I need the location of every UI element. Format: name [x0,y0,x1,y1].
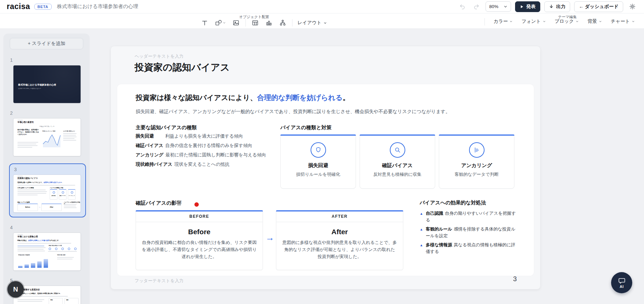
slide-thumbnail-item-1: 1 株式市場における市場参加者の心理 投資家心理の理解と市場動向の読み方 [3,57,90,103]
present-button[interactable]: 発表 [515,1,540,12]
layout-label: レイアウト [297,20,322,26]
text-line-placeholder [17,247,46,248]
text-line-placeholder [17,193,46,194]
theme-font-dropdown[interactable]: フォント [521,18,545,24]
before-box[interactable]: BEFORE Before 自身の投資戦略に都合の良い情報だけを集め、リスク要因… [136,210,263,270]
page-number: 3 [513,275,517,283]
thumb3-lead-black: 投資家は様々な認知バイアスにより、 [17,182,43,183]
text-line-placeholder [64,207,77,208]
text-line-placeholder [17,191,47,192]
text-line-placeholder [17,251,45,251]
bias-card-confirmation[interactable]: 確証バイアス 反対意見も積極的に収集 [360,135,435,189]
after-box[interactable]: AFTER After 意図的に多様な視点や批判的意見を取り入れることで、多角的… [276,210,403,270]
settings-button[interactable] [627,2,637,12]
redo-button[interactable] [471,2,481,12]
table-tool-button[interactable] [251,18,260,27]
thumb2-line-chart [42,133,61,149]
text-line-placeholder [48,251,77,252]
dashboard-button[interactable]: ← ダッシュボード [574,1,623,12]
slide-thumbnail-1[interactable]: 株式市場における市場参加者の心理 投資家心理の理解と市場動向の読み方 [13,65,81,103]
theme-block-dropdown[interactable]: ブロック [555,18,579,24]
slide-title[interactable]: 投資家の認知バイアス [135,61,230,74]
thumb3-title: 投資家の認知バイアス [17,177,38,180]
ai-assistant-button[interactable]: AI [611,272,632,293]
cards-heading[interactable]: バイアスの種類と対策 [280,124,331,131]
card-title: 確証バイアス [360,162,435,169]
slide-thumbnail-item-3-selected[interactable]: 3 投資家の認知バイアス 投資家は様々な認知バイアスにより、合理的な判断を妨げら… [9,163,86,217]
bar [44,259,48,268]
bias-desc: 最初に得た情報に固執し判断に影響を与える傾向 [166,152,266,158]
zoom-select[interactable]: 80% [486,1,511,12]
arrow-icon: → [39,206,41,208]
text-tool-button[interactable] [200,18,209,27]
lead-heading[interactable]: 投資家は様々な認知バイアスにより、合理的な判断を妨げられる。 [136,93,350,102]
theme-color-dropdown[interactable]: カラー [494,18,513,24]
thumb3-lead: 投資家は様々な認知バイアスにより、合理的な判断を妨げられる。 [17,182,77,183]
bias-type-list[interactable]: 損失回避利益よりも損失を過大に評価する傾向 確証バイアス自身の信念を裏付ける情報… [136,133,270,170]
add-slide-button[interactable]: + スライドを追加 [10,38,83,49]
thumb4-step-circle [49,248,51,250]
thumb1-subtitle: 投資家心理の理解と市場動向の読み方 [18,88,41,89]
theme-chart-label: チャート [611,18,630,24]
slide-thumbnail-2[interactable]: 市場心理の重要性 市場は心理で動いている 株式市場の変動は、経済指標だけでなく、… [13,118,81,156]
bar [25,264,29,268]
thumb3-card: アンカリング [68,189,76,200]
lead-black: 投資家は様々な認知バイアスにより、 [136,94,257,101]
present-label: 発表 [526,4,536,10]
remedies-block[interactable]: バイアスへの効果的な対処法 ▲自己認識自身の陥りやすいバイアスを把握する ▲客観… [420,200,518,257]
slide-thumbnail-4[interactable]: 市場における群集心理 群集の行動は、合理的な根拠なしに市場の急変を引き起こす。 … [13,233,81,270]
theme-background-dropdown[interactable]: 背景 [588,18,602,24]
remedy-term: 客観的ルール [426,226,452,232]
chart-tool-button[interactable] [265,18,273,27]
ai-label: AI [620,285,624,289]
bias-card-loss-aversion[interactable]: 損失回避 損切りルールを明確化 [280,135,356,189]
undo-button[interactable] [457,2,467,12]
gear-icon [629,3,636,10]
bar [37,261,42,268]
types-heading[interactable]: 主要な認知バイアスの種類 [136,124,197,131]
theme-chart-dropdown[interactable]: チャート [611,18,635,24]
footer-text-placeholder[interactable]: フッターテキストを入力 [135,278,183,284]
thumb3-lead-blue: 合理的な判断を妨げられる [43,182,62,183]
thumb3-cards-heading: バイアスの種類と対策 [50,187,63,189]
redo-icon [473,4,479,10]
layout-dropdown[interactable]: レイアウト [297,20,327,26]
shape-tool-button[interactable] [214,18,227,27]
before-body: 自身の投資戦略に都合の良い情報だけを集め、リスク要因を過小評価し、不適切なタイミ… [136,236,263,260]
thumb3-card-title: アンカリング [68,195,75,196]
list-item: 現状維持バイアス現状を変えることへの抵抗 [136,161,270,168]
user-avatar[interactable]: N [7,281,24,298]
arrow-icon: → [264,233,276,243]
slide-canvas[interactable]: ヘッダーテキストを入力 投資家の認知バイアス 投資家は様々な認知バイアスにより、… [111,46,540,289]
card-desc: 反対意見も積極的に収集 [360,171,435,178]
thumb4-bar-chart [18,259,48,268]
image-tool-button[interactable] [232,18,240,27]
text-line-placeholder [63,138,75,139]
org-chart-icon [279,19,286,26]
remedies-heading: バイアスへの効果的な対処法 [420,200,518,206]
lead-subtext[interactable]: 損失回避、確証バイアス、アンカリングなどが一般的なバイアスであり、投資判断に誤り… [136,109,450,115]
text-line-placeholder [63,133,77,134]
header-text-placeholder[interactable]: ヘッダーテキストを入力 [135,53,183,59]
impact-heading[interactable]: 確証バイアスの影響 [136,200,182,206]
thumb5-box: 恐怖 [49,298,63,304]
slide-number: 4 [10,225,90,230]
bar-chart-icon [266,19,272,26]
slide-thumbnail-3[interactable]: 投資家の認知バイアス 投資家は様々な認知バイアスにより、合理的な判断を妨げられる… [13,175,81,212]
bias-card-anchoring[interactable]: アンカリング 客観的なデータで判断 [439,135,514,189]
thumb3-after-title: After [42,206,61,208]
table-icon [252,19,259,26]
slide-number: 2 [10,110,90,116]
triangle-bullet-icon: ▲ [420,243,423,255]
triangle-bullet-icon: ▲ [420,227,423,239]
export-button[interactable]: 出力 [544,1,570,12]
shield-icon [311,142,326,158]
diagram-tool-button[interactable] [278,18,287,27]
document-title[interactable]: 株式市場における市場参加者の心理 [57,3,138,10]
remedy-term: 多様な情報源 [426,242,452,247]
toolbar-divider [292,19,292,27]
slide-panel: + スライドを追加 1 株式市場における市場参加者の心理 投資家心理の理解と市場… [3,34,90,304]
thumb3-impact-heading: 確証バイアスの影響 [17,201,30,203]
bar [31,263,35,268]
bias-desc: 現状を変えることへの抵抗 [174,161,229,168]
